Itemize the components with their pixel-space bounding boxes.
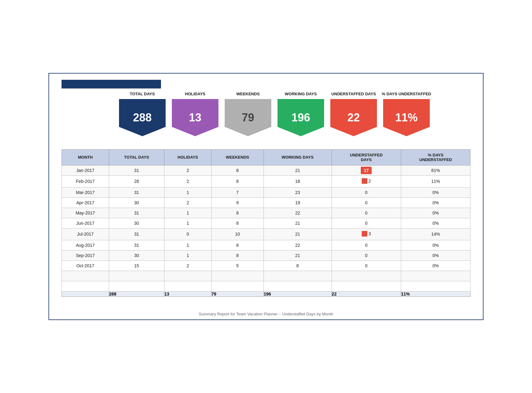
col-header-2: HOLIDAYS — [164, 149, 212, 165]
cell-8-3: 8 — [211, 250, 264, 260]
badge-item-5: % DAYS UNDERSTAFFED11% — [382, 92, 431, 136]
empty-cell — [211, 281, 264, 291]
understaffed-cell-6: 3 — [332, 228, 401, 240]
cell-8-2: 1 — [164, 250, 212, 260]
cell-3-1: 30 — [109, 197, 164, 208]
cell-1-1: 28 — [109, 175, 164, 187]
red-bar-icon — [362, 231, 367, 237]
table-body: Jan-20173128211781%Feb-2017282818211%Mar… — [62, 165, 470, 291]
cell-7-0: Aug-2017 — [62, 240, 109, 250]
empty-row — [62, 281, 470, 291]
badge-label-2: WEEKENDS — [236, 92, 259, 97]
pct-cell-8: 0% — [401, 250, 470, 260]
cell-2-3: 7 — [211, 187, 264, 197]
cell-3-0: Apr-2017 — [62, 197, 109, 208]
empty-cell — [109, 271, 164, 281]
cell-6-2: 0 — [164, 228, 212, 240]
cell-8-1: 30 — [109, 250, 164, 260]
empty-cell — [332, 281, 401, 291]
understaffed-cell-7: 0 — [332, 240, 401, 250]
cell-1-3: 8 — [211, 175, 264, 187]
total-cell-6: 11% — [401, 291, 470, 296]
badge-item-0: TOTAL DAYS288 — [117, 92, 167, 136]
col-header-4: WORKING DAYS — [264, 149, 332, 165]
totals-row: 28813791962211% — [62, 291, 470, 296]
table-row: Jul-20173101021314% — [62, 228, 470, 240]
footer-caption: Summary Report for Team Vacation Planner… — [49, 306, 483, 319]
understaffed-cell-2: 0 — [332, 187, 401, 197]
cell-3-2: 2 — [164, 197, 212, 208]
cell-5-1: 30 — [109, 218, 164, 228]
cell-6-3: 10 — [211, 228, 264, 240]
understaffed-cell-4: 0 — [332, 208, 401, 218]
monthly-table: MONTHTOTAL DAYSHOLIDAYSWEEKENDSWORKING D… — [62, 149, 470, 297]
red-bar-icon — [362, 178, 367, 184]
badge-value-3: 196 — [277, 99, 324, 136]
cell-9-3: 5 — [211, 260, 264, 271]
badge-label-5: % DAYS UNDERSTAFFED — [382, 92, 431, 97]
cell-1-0: Feb-2017 — [62, 175, 109, 187]
empty-row — [62, 271, 470, 281]
badge-value-0: 288 — [119, 99, 166, 136]
empty-cell — [62, 281, 109, 291]
badges-row: TOTAL DAYS288HOLIDAYS13WEEKENDS79WORKING… — [62, 88, 470, 146]
total-cell-3: 79 — [211, 291, 264, 296]
cell-6-4: 21 — [264, 228, 332, 240]
cell-1-2: 2 — [164, 175, 212, 187]
understaffed-cell-8: 0 — [332, 250, 401, 260]
monthly-table-wrap: MONTHTOTAL DAYSHOLIDAYSWEEKENDSWORKING D… — [62, 149, 470, 297]
badge-value-1: 13 — [172, 99, 218, 136]
cell-6-1: 31 — [109, 228, 164, 240]
empty-cell — [264, 281, 332, 291]
cell-7-1: 31 — [109, 240, 164, 250]
table-header-row: MONTHTOTAL DAYSHOLIDAYSWEEKENDSWORKING D… — [62, 149, 470, 165]
cell-7-4: 22 — [264, 240, 332, 250]
col-header-6: % DAYSUNDERSTAFFED — [401, 149, 470, 165]
total-cell-0 — [62, 291, 109, 296]
cell-9-1: 15 — [109, 260, 164, 271]
understaffed-highlight-small: 2 — [362, 178, 371, 184]
understaffed-highlight-small: 3 — [362, 231, 371, 237]
badge-label-3: WORKING DAYS — [285, 92, 317, 97]
total-cell-2: 13 — [164, 291, 212, 296]
cell-0-1: 31 — [109, 165, 164, 175]
total-cell-1: 288 — [109, 291, 164, 296]
table-row: May-201731182200% — [62, 208, 470, 218]
pct-cell-2: 0% — [401, 187, 470, 197]
table-footer: 28813791962211% — [62, 291, 470, 296]
badge-item-2: WEEKENDS79 — [223, 92, 273, 136]
empty-cell — [264, 271, 332, 281]
badge-label-4: UNDERSTAFFED DAYS — [331, 92, 376, 97]
understaffed-cell-5: 0 — [332, 218, 401, 228]
report-title — [62, 80, 161, 88]
cell-8-4: 21 — [264, 250, 332, 260]
table-row: Mar-201731172300% — [62, 187, 470, 197]
pct-cell-4: 0% — [401, 208, 470, 218]
cell-4-1: 31 — [109, 208, 164, 218]
col-header-5: UNDERSTAFFEDDAYS — [332, 149, 401, 165]
pct-cell-1: 11% — [401, 175, 470, 187]
badge-label-0: TOTAL DAYS — [130, 92, 155, 97]
col-header-1: TOTAL DAYS — [109, 149, 164, 165]
cell-5-2: 1 — [164, 218, 212, 228]
empty-cell — [211, 271, 264, 281]
cell-0-3: 8 — [211, 165, 264, 175]
cell-8-0: Sep-2017 — [62, 250, 109, 260]
cell-3-4: 19 — [264, 197, 332, 208]
badge-value-2: 79 — [225, 99, 271, 136]
cell-7-2: 1 — [164, 240, 212, 250]
table-row: Jan-20173128211781% — [62, 165, 470, 175]
badge-item-4: UNDERSTAFFED DAYS22 — [329, 92, 378, 136]
col-header-0: MONTH — [62, 149, 109, 165]
badge-value-4: 22 — [330, 99, 377, 136]
cell-4-3: 8 — [211, 208, 264, 218]
cell-1-4: 18 — [264, 175, 332, 187]
empty-cell — [109, 281, 164, 291]
pct-cell-6: 14% — [401, 228, 470, 240]
badge-item-1: HOLIDAYS13 — [170, 92, 220, 136]
empty-cell — [164, 281, 212, 291]
cell-9-0: Oct-2017 — [62, 260, 109, 271]
badge-value-5: 11% — [383, 99, 430, 136]
pct-cell-5: 0% — [401, 218, 470, 228]
cell-7-3: 8 — [211, 240, 264, 250]
